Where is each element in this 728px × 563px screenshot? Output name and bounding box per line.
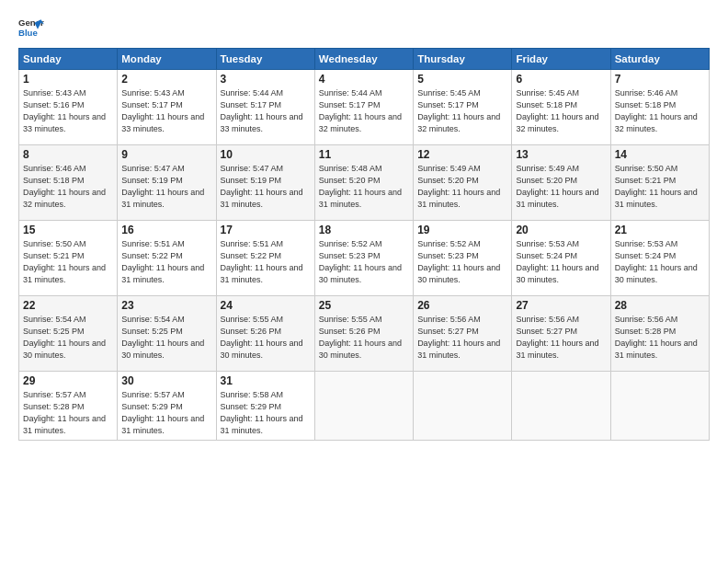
day-number: 2 [121, 73, 211, 86]
day-number: 21 [615, 224, 705, 236]
day-number: 22 [23, 299, 113, 312]
weekday-header-row: Sunday Monday Tuesday Wednesday Thursday… [19, 49, 710, 70]
day-number: 28 [615, 299, 705, 312]
day-info: Sunrise: 5:46 AMSunset: 5:18 PMDaylight:… [23, 164, 106, 209]
table-row: 25 Sunrise: 5:55 AMSunset: 5:26 PMDaylig… [314, 296, 413, 372]
day-info: Sunrise: 5:57 AMSunset: 5:28 PMDaylight:… [23, 390, 106, 435]
table-row: 17 Sunrise: 5:51 AMSunset: 5:22 PMDaylig… [216, 221, 314, 296]
header-saturday: Saturday [610, 49, 709, 70]
day-number: 20 [516, 224, 606, 236]
day-info: Sunrise: 5:45 AMSunset: 5:18 PMDaylight:… [516, 88, 598, 133]
table-row [414, 372, 512, 441]
day-number: 1 [23, 73, 113, 86]
table-row: 30 Sunrise: 5:57 AMSunset: 5:29 PMDaylig… [118, 372, 216, 441]
table-row: 12 Sunrise: 5:49 AMSunset: 5:20 PMDaylig… [414, 145, 512, 221]
day-number: 3 [221, 73, 311, 86]
day-info: Sunrise: 5:43 AMSunset: 5:17 PMDaylight:… [121, 88, 204, 133]
day-info: Sunrise: 5:44 AMSunset: 5:17 PMDaylight:… [319, 88, 402, 133]
table-row: 31 Sunrise: 5:58 AMSunset: 5:29 PMDaylig… [216, 372, 314, 441]
day-info: Sunrise: 5:43 AMSunset: 5:16 PMDaylight:… [23, 88, 106, 133]
day-number: 31 [221, 374, 311, 387]
day-info: Sunrise: 5:56 AMSunset: 5:28 PMDaylight:… [615, 315, 698, 360]
day-info: Sunrise: 5:47 AMSunset: 5:19 PMDaylight:… [121, 164, 204, 209]
table-row: 10 Sunrise: 5:47 AMSunset: 5:19 PMDaylig… [216, 145, 314, 221]
day-number: 19 [417, 224, 507, 236]
day-info: Sunrise: 5:52 AMSunset: 5:23 PMDaylight:… [319, 239, 402, 284]
header-wednesday: Wednesday [314, 49, 413, 70]
logo: General Blue [18, 15, 44, 40]
day-number: 16 [121, 224, 211, 236]
day-info: Sunrise: 5:56 AMSunset: 5:27 PMDaylight:… [417, 315, 500, 360]
table-row: 29 Sunrise: 5:57 AMSunset: 5:28 PMDaylig… [19, 372, 118, 441]
day-number: 9 [121, 148, 211, 161]
table-row: 16 Sunrise: 5:51 AMSunset: 5:22 PMDaylig… [118, 221, 216, 296]
table-row: 18 Sunrise: 5:52 AMSunset: 5:23 PMDaylig… [314, 221, 413, 296]
table-row: 19 Sunrise: 5:52 AMSunset: 5:23 PMDaylig… [414, 221, 512, 296]
table-row: 23 Sunrise: 5:54 AMSunset: 5:25 PMDaylig… [118, 296, 216, 372]
table-row [610, 372, 709, 441]
day-number: 7 [615, 73, 705, 86]
day-number: 15 [23, 224, 113, 236]
day-number: 4 [319, 73, 409, 86]
day-number: 8 [23, 148, 113, 161]
day-info: Sunrise: 5:50 AMSunset: 5:21 PMDaylight:… [23, 239, 106, 284]
day-number: 18 [319, 224, 409, 236]
table-row: 9 Sunrise: 5:47 AMSunset: 5:19 PMDayligh… [118, 145, 216, 221]
day-info: Sunrise: 5:54 AMSunset: 5:25 PMDaylight:… [121, 315, 204, 360]
day-info: Sunrise: 5:44 AMSunset: 5:17 PMDaylight:… [221, 88, 303, 133]
table-row: 8 Sunrise: 5:46 AMSunset: 5:18 PMDayligh… [19, 145, 118, 221]
table-row: 13 Sunrise: 5:49 AMSunset: 5:20 PMDaylig… [512, 145, 610, 221]
day-info: Sunrise: 5:55 AMSunset: 5:26 PMDaylight:… [221, 315, 303, 360]
day-info: Sunrise: 5:55 AMSunset: 5:26 PMDaylight:… [319, 315, 402, 360]
day-info: Sunrise: 5:48 AMSunset: 5:20 PMDaylight:… [319, 164, 402, 209]
day-info: Sunrise: 5:45 AMSunset: 5:17 PMDaylight:… [417, 88, 500, 133]
table-row: 5 Sunrise: 5:45 AMSunset: 5:17 PMDayligh… [414, 70, 512, 145]
logo-icon: General Blue [18, 15, 44, 40]
day-number: 23 [121, 299, 211, 312]
day-info: Sunrise: 5:52 AMSunset: 5:23 PMDaylight:… [417, 239, 500, 284]
table-row [512, 372, 610, 441]
day-info: Sunrise: 5:53 AMSunset: 5:24 PMDaylight:… [615, 239, 698, 284]
table-row: 15 Sunrise: 5:50 AMSunset: 5:21 PMDaylig… [19, 221, 118, 296]
header-monday: Monday [118, 49, 216, 70]
day-info: Sunrise: 5:58 AMSunset: 5:29 PMDaylight:… [221, 390, 303, 435]
table-row: 6 Sunrise: 5:45 AMSunset: 5:18 PMDayligh… [512, 70, 610, 145]
table-row: 27 Sunrise: 5:56 AMSunset: 5:27 PMDaylig… [512, 296, 610, 372]
day-number: 26 [417, 299, 507, 312]
day-number: 11 [319, 148, 409, 161]
day-number: 12 [417, 148, 507, 161]
day-number: 24 [221, 299, 311, 312]
day-number: 17 [221, 224, 311, 236]
day-info: Sunrise: 5:46 AMSunset: 5:18 PMDaylight:… [615, 88, 698, 133]
header-thursday: Thursday [414, 49, 512, 70]
table-row: 24 Sunrise: 5:55 AMSunset: 5:26 PMDaylig… [216, 296, 314, 372]
table-row: 28 Sunrise: 5:56 AMSunset: 5:28 PMDaylig… [610, 296, 709, 372]
table-row: 2 Sunrise: 5:43 AMSunset: 5:17 PMDayligh… [118, 70, 216, 145]
day-info: Sunrise: 5:57 AMSunset: 5:29 PMDaylight:… [121, 390, 204, 435]
day-info: Sunrise: 5:54 AMSunset: 5:25 PMDaylight:… [23, 315, 106, 360]
day-info: Sunrise: 5:53 AMSunset: 5:24 PMDaylight:… [516, 239, 598, 284]
table-row: 20 Sunrise: 5:53 AMSunset: 5:24 PMDaylig… [512, 221, 610, 296]
day-info: Sunrise: 5:49 AMSunset: 5:20 PMDaylight:… [516, 164, 598, 209]
table-row: 7 Sunrise: 5:46 AMSunset: 5:18 PMDayligh… [610, 70, 709, 145]
day-info: Sunrise: 5:49 AMSunset: 5:20 PMDaylight:… [417, 164, 500, 209]
calendar-table: Sunday Monday Tuesday Wednesday Thursday… [18, 48, 710, 441]
header-tuesday: Tuesday [216, 49, 314, 70]
day-number: 29 [23, 374, 113, 387]
header-friday: Friday [512, 49, 610, 70]
day-info: Sunrise: 5:47 AMSunset: 5:19 PMDaylight:… [221, 164, 303, 209]
day-number: 27 [516, 299, 606, 312]
day-info: Sunrise: 5:51 AMSunset: 5:22 PMDaylight:… [121, 239, 204, 284]
table-row: 3 Sunrise: 5:44 AMSunset: 5:17 PMDayligh… [216, 70, 314, 145]
table-row: 1 Sunrise: 5:43 AMSunset: 5:16 PMDayligh… [19, 70, 118, 145]
day-number: 25 [319, 299, 409, 312]
table-row: 22 Sunrise: 5:54 AMSunset: 5:25 PMDaylig… [19, 296, 118, 372]
table-row: 11 Sunrise: 5:48 AMSunset: 5:20 PMDaylig… [314, 145, 413, 221]
day-number: 13 [516, 148, 606, 161]
day-info: Sunrise: 5:50 AMSunset: 5:21 PMDaylight:… [615, 164, 698, 209]
svg-text:Blue: Blue [18, 28, 38, 38]
day-number: 14 [615, 148, 705, 161]
day-number: 10 [221, 148, 311, 161]
page-header: General Blue [18, 15, 710, 40]
day-number: 30 [121, 374, 211, 387]
